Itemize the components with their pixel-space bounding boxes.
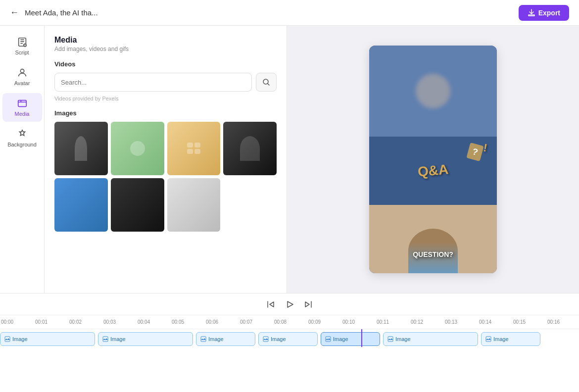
- project-title: Meet Ada, the AI tha...: [25, 8, 98, 17]
- clip-image-icon-1: [4, 336, 10, 342]
- sidebar-item-background-label: Background: [7, 142, 37, 147]
- skip-forward-button[interactable]: [304, 300, 313, 309]
- sidebar: Script Avatar Media: [0, 26, 45, 293]
- timeline-ruler: 00:00 00:01 00:02 00:03 00:04 00:05 00:0…: [0, 315, 579, 329]
- media-panel-title: Media: [54, 36, 277, 45]
- image-thumb-1[interactable]: [54, 122, 108, 175]
- export-button[interactable]: Export: [519, 5, 569, 21]
- tick-7: 00:07: [239, 319, 273, 325]
- preview-area: Q&A ! ? QUESTION?: [287, 26, 579, 293]
- clip-image-icon-6: [387, 336, 393, 342]
- clip-image-icon-2: [102, 336, 108, 342]
- bottom-area: 00:00 00:01 00:02 00:03 00:04 00:05 00:0…: [0, 293, 579, 392]
- videos-section-title: Videos: [54, 60, 277, 68]
- transport-bar: [0, 294, 579, 315]
- skip-forward-icon: [304, 300, 313, 309]
- svg-point-2: [20, 69, 24, 73]
- preview-top-section: [369, 46, 497, 137]
- tick-13: 00:13: [444, 319, 478, 325]
- video-preview: Q&A ! ? QUESTION?: [369, 46, 497, 273]
- image-thumb-5[interactable]: [54, 178, 108, 232]
- sidebar-item-avatar[interactable]: Avatar: [2, 62, 42, 91]
- skip-back-icon: [266, 300, 275, 309]
- media-icon: [17, 98, 28, 109]
- pexels-note: Videos provided by Pexels: [54, 96, 277, 101]
- image-thumb-3[interactable]: [167, 122, 221, 175]
- media-panel-subtitle: Add images, videos and gifs: [54, 46, 277, 52]
- image-thumb-4[interactable]: [223, 122, 277, 175]
- play-button[interactable]: [285, 300, 294, 309]
- tick-2: 00:02: [68, 319, 102, 325]
- clip-image-icon-4: [263, 336, 269, 342]
- track-clip-5[interactable]: Image: [321, 332, 380, 346]
- question-label: QUESTION?: [413, 250, 453, 258]
- timeline-tracks: Image Image Image: [0, 329, 579, 392]
- playhead[interactable]: [361, 329, 362, 347]
- track-clip-2[interactable]: Image: [98, 332, 193, 346]
- tick-8: 00:08: [273, 319, 307, 325]
- script-icon: [17, 37, 28, 48]
- sidebar-item-background[interactable]: Background: [2, 124, 42, 152]
- clip-image-icon-3: [200, 336, 206, 342]
- avatar-icon: [17, 67, 28, 78]
- tick-9: 00:09: [307, 319, 341, 325]
- track-row: Image Image Image: [0, 329, 579, 347]
- preview-avatar: [416, 74, 450, 108]
- tick-4: 00:04: [137, 319, 171, 325]
- qa-text: Q&A: [417, 161, 449, 180]
- back-button[interactable]: ←: [10, 7, 19, 18]
- clip-image-icon-7: [485, 336, 491, 342]
- images-section-title: Images: [54, 109, 277, 117]
- image-thumb-6[interactable]: [111, 178, 164, 232]
- background-icon: [17, 129, 28, 140]
- qa-card-decor: ?: [466, 143, 483, 161]
- track-clip-6[interactable]: Image: [383, 332, 478, 346]
- tick-11: 00:11: [376, 319, 410, 325]
- search-icon: [262, 78, 270, 86]
- image-thumb-2[interactable]: [111, 122, 164, 175]
- track-clip-1[interactable]: Image: [0, 332, 95, 346]
- tick-0: 00:00: [0, 319, 34, 325]
- topbar-left: ← Meet Ada, the AI tha...: [10, 7, 98, 18]
- tick-1: 00:01: [34, 319, 68, 325]
- search-button[interactable]: [256, 73, 277, 92]
- sidebar-item-script-label: Script: [15, 49, 29, 55]
- track-clip-7[interactable]: Image: [481, 332, 540, 346]
- media-panel: Media Add images, videos and gifs Videos…: [45, 26, 287, 293]
- sidebar-item-media-label: Media: [15, 111, 30, 117]
- tick-12: 00:12: [410, 319, 444, 325]
- topbar: ← Meet Ada, the AI tha... Export: [0, 0, 579, 26]
- left-panel: Script Avatar Media: [0, 26, 287, 293]
- tick-6: 00:06: [205, 319, 239, 325]
- main-area: Script Avatar Media: [0, 26, 579, 293]
- svg-rect-3: [18, 100, 26, 107]
- search-input[interactable]: [54, 73, 252, 92]
- tick-16: 00:16: [546, 319, 579, 325]
- export-icon: [528, 9, 535, 17]
- track-clip-3[interactable]: Image: [196, 332, 255, 346]
- preview-middle-section: Q&A ! ?: [369, 137, 497, 205]
- tick-3: 00:03: [102, 319, 137, 325]
- image-thumb-7[interactable]: [167, 178, 221, 232]
- play-icon: [285, 300, 294, 309]
- tick-15: 00:15: [512, 319, 546, 325]
- sidebar-item-media[interactable]: Media: [2, 93, 42, 122]
- tick-5: 00:05: [171, 319, 205, 325]
- track-clip-4[interactable]: Image: [258, 332, 318, 346]
- images-grid: [54, 122, 277, 232]
- sidebar-item-script[interactable]: Script: [2, 32, 42, 60]
- search-row: [54, 73, 277, 92]
- clip-image-icon-5: [325, 336, 331, 342]
- skip-back-button[interactable]: [266, 300, 275, 309]
- sidebar-item-avatar-label: Avatar: [14, 80, 30, 86]
- preview-bottom-section: QUESTION?: [369, 205, 497, 273]
- tick-10: 00:10: [341, 319, 376, 325]
- tick-14: 00:14: [478, 319, 512, 325]
